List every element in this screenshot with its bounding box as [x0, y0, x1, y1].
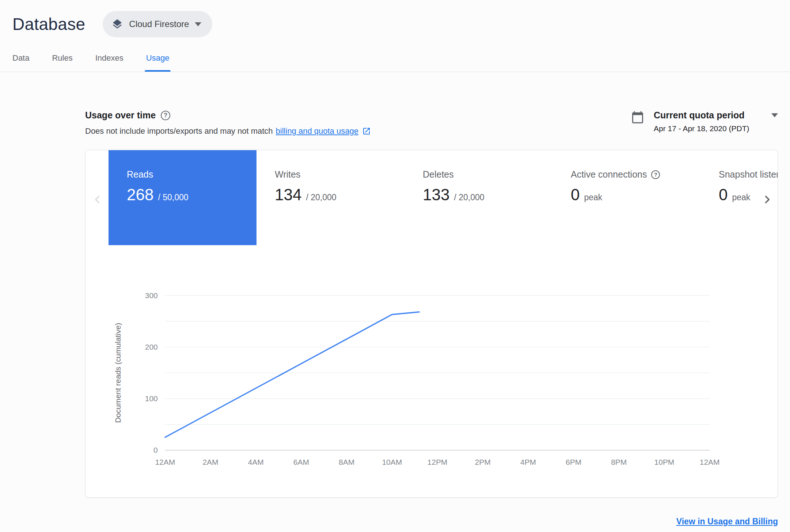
metric-tab-value: 268 [127, 186, 153, 204]
metric-tab-label: Reads [127, 169, 153, 180]
svg-text:100: 100 [145, 394, 158, 403]
metric-tab-value: 0 [719, 186, 728, 204]
metric-tab-suffix: / 50,000 [158, 193, 188, 202]
tab-usage[interactable]: Usage [146, 53, 170, 72]
usage-card: Reads 268 / 50,000 Writes 134 / 20,000 D… [85, 150, 778, 498]
help-icon[interactable]: ? [651, 170, 660, 179]
metric-tab-label: Active connections [571, 169, 647, 180]
metric-tab-suffix: / 20,000 [306, 193, 336, 202]
svg-text:12PM: 12PM [428, 458, 448, 466]
tab-label: Rules [52, 53, 72, 62]
svg-text:200: 200 [145, 343, 158, 351]
metric-tab-label: Snapshot listeners [719, 169, 778, 180]
metric-scroll-left-button[interactable] [88, 186, 106, 213]
svg-text:12AM: 12AM [155, 458, 175, 466]
help-icon[interactable]: ? [161, 111, 170, 120]
usage-over-time-block: Usage over time ? Does not include impor… [85, 110, 371, 136]
billing-quota-usage-link[interactable]: billing and quota usage [276, 126, 358, 136]
section-header: Usage over time ? Does not include impor… [85, 110, 778, 136]
product-selector-label: Cloud Firestore [129, 19, 189, 29]
svg-text:8PM: 8PM [611, 458, 627, 466]
svg-text:300: 300 [145, 291, 158, 300]
metric-tab-label: Deletes [423, 169, 454, 180]
tab-indexes[interactable]: Indexes [95, 53, 124, 72]
chevron-down-icon [771, 113, 778, 117]
usage-main: Usage over time ? Does not include impor… [0, 110, 790, 527]
firestore-usage-page: Database Cloud Firestore Data Rules Inde… [0, 0, 790, 527]
metric-tab[interactable]: Active connections ? 0 peak [552, 150, 700, 245]
metric-tab[interactable]: Reads 268 / 50,000 [109, 150, 257, 245]
period-label: Current quota period [654, 110, 745, 121]
period-range: Apr 17 - Apr 18, 2020 (PDT) [654, 124, 778, 133]
svg-text:0: 0 [153, 446, 158, 454]
metric-tab-strip: Reads 268 / 50,000 Writes 134 / 20,000 D… [109, 150, 778, 245]
metric-scroll-right-button[interactable] [759, 186, 776, 213]
metric-tab[interactable]: Deletes 133 / 20,000 [405, 150, 552, 245]
period-text: Current quota period Apr 17 - Apr 18, 20… [654, 110, 778, 133]
svg-text:6AM: 6AM [293, 458, 309, 466]
metric-tab-label: Writes [275, 169, 300, 180]
tab-label: Indexes [95, 53, 124, 62]
footer-row: View in Usage and Billing [0, 517, 778, 527]
section-description: Does not include imports/exports and may… [85, 126, 371, 136]
quota-period-selector[interactable]: Current quota period Apr 17 - Apr 18, 20… [631, 110, 778, 133]
tab-label: Data [12, 53, 29, 62]
metric-tab-suffix: peak [732, 193, 750, 202]
tab-data[interactable]: Data [12, 53, 29, 72]
calendar-icon [631, 111, 644, 124]
section-title: Usage over time [85, 110, 156, 121]
product-selector[interactable]: Cloud Firestore [103, 11, 212, 37]
description-text: Does not include imports/exports and may… [85, 126, 273, 136]
metric-tab-value: 133 [423, 186, 449, 204]
tab-rules[interactable]: Rules [52, 53, 72, 72]
metric-tab-suffix: peak [584, 193, 602, 202]
svg-text:8AM: 8AM [339, 458, 354, 466]
svg-text:10AM: 10AM [382, 458, 402, 466]
metric-tab-value: 134 [275, 186, 301, 204]
metric-tab[interactable]: Writes 134 / 20,000 [257, 150, 405, 245]
svg-text:12AM: 12AM [700, 458, 720, 466]
page-header: Database Cloud Firestore [0, 0, 790, 37]
svg-text:2AM: 2AM [202, 458, 218, 466]
svg-text:6PM: 6PM [566, 458, 581, 466]
tab-bar: Data Rules Indexes Usage [0, 53, 790, 72]
view-usage-billing-link[interactable]: View in Usage and Billing [676, 517, 778, 526]
tab-label: Usage [146, 53, 170, 62]
svg-text:10PM: 10PM [654, 458, 675, 466]
external-link-icon [362, 127, 371, 136]
metric-tab-value: 0 [571, 186, 580, 204]
svg-text:4PM: 4PM [520, 458, 536, 466]
svg-text:2PM: 2PM [475, 458, 491, 466]
svg-text:Document reads (cumulative): Document reads (cumulative) [114, 323, 122, 423]
metric-tab-suffix: / 20,000 [454, 193, 484, 202]
svg-text:4AM: 4AM [248, 458, 264, 466]
chevron-down-icon [195, 22, 201, 26]
page-title: Database [12, 14, 85, 34]
firestore-icon [111, 18, 123, 30]
